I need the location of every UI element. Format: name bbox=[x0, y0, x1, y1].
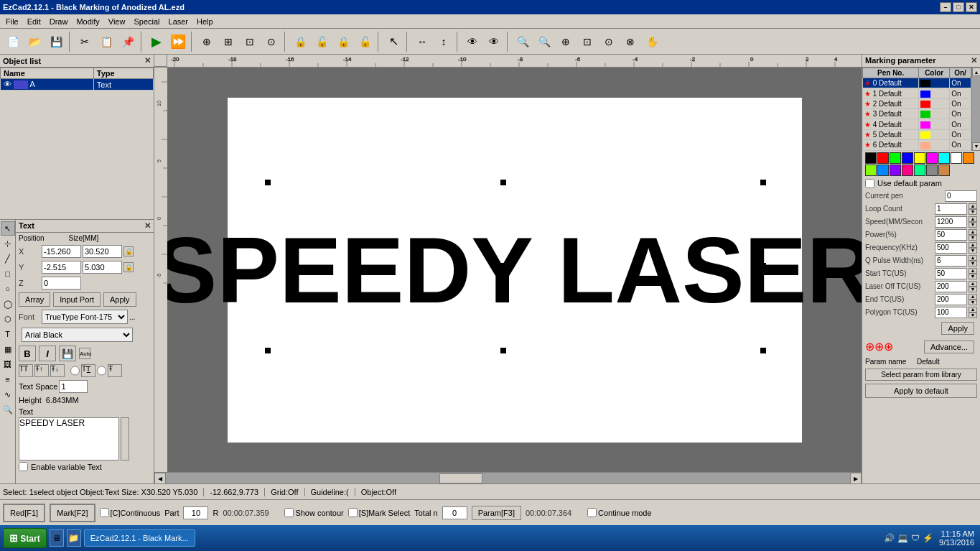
hscroll-thumb[interactable] bbox=[439, 473, 482, 483]
object-list-close[interactable]: ✕ bbox=[144, 56, 151, 65]
swatch-sky[interactable] bbox=[877, 165, 889, 176]
frequency-up[interactable]: ▲ bbox=[969, 242, 977, 248]
handle-mid-left[interactable] bbox=[265, 263, 271, 269]
tool1[interactable]: ⊕ bbox=[197, 32, 217, 52]
menu-draw[interactable]: Draw bbox=[45, 16, 73, 27]
menu-help[interactable]: Help bbox=[192, 16, 218, 27]
swatch-black[interactable] bbox=[865, 152, 877, 164]
red-f1-button[interactable]: Red[F1] bbox=[3, 504, 45, 522]
swatch-brown[interactable] bbox=[938, 165, 950, 176]
stop-button[interactable]: ⏩ bbox=[168, 32, 188, 52]
auto-checkbox[interactable]: Auto bbox=[79, 348, 90, 359]
speed-up[interactable]: ▲ bbox=[969, 216, 977, 222]
pen-row-0[interactable]: ★ 0 Default On bbox=[863, 78, 971, 88]
open-button[interactable]: 📂 bbox=[24, 32, 45, 52]
lock3[interactable]: 🔒 bbox=[333, 32, 353, 52]
zoom-prev[interactable]: ⊙ bbox=[599, 32, 619, 52]
text-scrollbar[interactable] bbox=[121, 417, 129, 460]
loop-count-input[interactable] bbox=[935, 203, 967, 215]
handle-top-right[interactable] bbox=[760, 180, 766, 185]
zoom-in[interactable]: 🔍 bbox=[513, 32, 533, 52]
swatch-magenta[interactable] bbox=[926, 152, 938, 164]
power-up[interactable]: ▲ bbox=[969, 229, 977, 235]
handle-mid-mid[interactable] bbox=[500, 263, 506, 269]
swatch-mint[interactable] bbox=[914, 165, 925, 176]
canvas-drawing-area[interactable]: SPEEDY LASER bbox=[167, 68, 862, 472]
swatch-lime[interactable] bbox=[865, 165, 877, 176]
font-face-select[interactable]: Arial Black bbox=[22, 328, 133, 342]
pen-scroll-up[interactable]: ▲ bbox=[972, 68, 980, 76]
curve-tool[interactable]: ∿ bbox=[1, 387, 15, 402]
advance-button[interactable]: Advance... bbox=[924, 341, 974, 353]
zoom-tool[interactable]: 🔍 bbox=[1, 402, 15, 417]
swatch-red[interactable] bbox=[877, 152, 889, 164]
q-pulse-down[interactable]: ▼ bbox=[969, 261, 977, 267]
start-tc-down[interactable]: ▼ bbox=[969, 274, 977, 279]
end-tc-input[interactable] bbox=[935, 294, 967, 305]
eye2[interactable]: 👁 bbox=[484, 32, 504, 52]
end-tc-up[interactable]: ▲ bbox=[969, 294, 977, 300]
end-tc-down[interactable]: ▼ bbox=[969, 300, 977, 305]
text-panel-close[interactable]: ✕ bbox=[144, 221, 151, 231]
menu-special[interactable]: Special bbox=[129, 16, 164, 27]
polygon-tc-input[interactable] bbox=[935, 307, 967, 318]
minimize-button[interactable]: – bbox=[940, 2, 951, 12]
lock-xy[interactable]: 🔒 bbox=[123, 246, 134, 256]
laser-off-up[interactable]: ▲ bbox=[969, 281, 977, 287]
mark-f2-button[interactable]: Mark[F2] bbox=[50, 504, 95, 522]
select-param-button[interactable]: Select param from library bbox=[865, 369, 977, 381]
flip-h[interactable]: ↔ bbox=[412, 32, 432, 52]
param-f3-button[interactable]: Param[F3] bbox=[472, 506, 521, 520]
save-font-button[interactable]: 💾 bbox=[59, 346, 76, 361]
paste-button[interactable]: 📌 bbox=[118, 32, 138, 52]
maximize-button[interactable]: □ bbox=[953, 2, 964, 12]
pen-row-1[interactable]: ★ 1 Default On bbox=[863, 88, 971, 98]
menu-laser[interactable]: Laser bbox=[164, 16, 193, 27]
x-input[interactable] bbox=[42, 245, 81, 258]
zoom-out[interactable]: 🔍 bbox=[534, 32, 554, 52]
marking-param-close[interactable]: ✕ bbox=[971, 56, 977, 65]
start-button[interactable]: ⊞ Start bbox=[3, 528, 47, 548]
lock4[interactable]: 🔓 bbox=[355, 32, 375, 52]
line-tool[interactable]: ╱ bbox=[1, 251, 15, 266]
taskbar-app-item[interactable]: EzCad2.12.1 - Black Mark... bbox=[84, 529, 195, 547]
swatch-white[interactable] bbox=[951, 152, 962, 164]
canvas-hscroll[interactable]: ◀ ▶ bbox=[154, 472, 862, 483]
input-port-button[interactable]: Input Port bbox=[53, 292, 101, 307]
italic-button[interactable]: I bbox=[39, 346, 56, 361]
pen-row-3[interactable]: ★ 3 Default On bbox=[863, 109, 971, 119]
text-space-input[interactable] bbox=[59, 380, 88, 393]
swatch-gray[interactable] bbox=[926, 165, 938, 176]
save-button[interactable]: 💾 bbox=[46, 32, 66, 52]
cursor-button[interactable]: ↖ bbox=[383, 32, 403, 52]
close-button[interactable]: ✕ bbox=[966, 2, 977, 12]
align-radio-2[interactable] bbox=[97, 364, 106, 377]
menu-view[interactable]: View bbox=[104, 16, 130, 27]
text-content-input[interactable]: SPEEDY LASER bbox=[19, 417, 119, 460]
width-input[interactable] bbox=[83, 245, 122, 258]
polygon-tool[interactable]: ⬡ bbox=[1, 312, 15, 326]
table-row[interactable]: 👁 A Text bbox=[1, 79, 154, 91]
eye1[interactable]: 👁 bbox=[462, 32, 482, 52]
handle-mid-right[interactable] bbox=[760, 263, 766, 269]
continuous-checkbox[interactable] bbox=[100, 508, 109, 517]
pen-row-2[interactable]: ★ 2 Default On bbox=[863, 98, 971, 108]
align-top[interactable]: TT̲ bbox=[81, 364, 95, 377]
q-pulse-input[interactable] bbox=[935, 255, 967, 267]
pan[interactable]: ✋ bbox=[642, 32, 662, 52]
swatch-blue[interactable] bbox=[902, 152, 913, 164]
power-input[interactable] bbox=[935, 229, 967, 241]
zoom-next[interactable]: ⊗ bbox=[620, 32, 640, 52]
frequency-down[interactable]: ▼ bbox=[969, 248, 977, 254]
speed-input[interactable] bbox=[935, 216, 967, 228]
align-radio-1[interactable] bbox=[70, 364, 80, 377]
ellipse-tool[interactable]: ◯ bbox=[1, 297, 15, 311]
polygon-tc-down[interactable]: ▼ bbox=[969, 312, 977, 318]
z-input[interactable] bbox=[42, 277, 81, 290]
start-tc-input[interactable] bbox=[935, 268, 967, 279]
pen-row-5[interactable]: ★ 5 Default On bbox=[863, 129, 971, 139]
loop-count-up[interactable]: ▲ bbox=[969, 203, 977, 209]
zoom-fit[interactable]: ⊕ bbox=[556, 32, 576, 52]
start-tc-up[interactable]: ▲ bbox=[969, 268, 977, 274]
polygon-tc-up[interactable]: ▲ bbox=[969, 307, 977, 312]
